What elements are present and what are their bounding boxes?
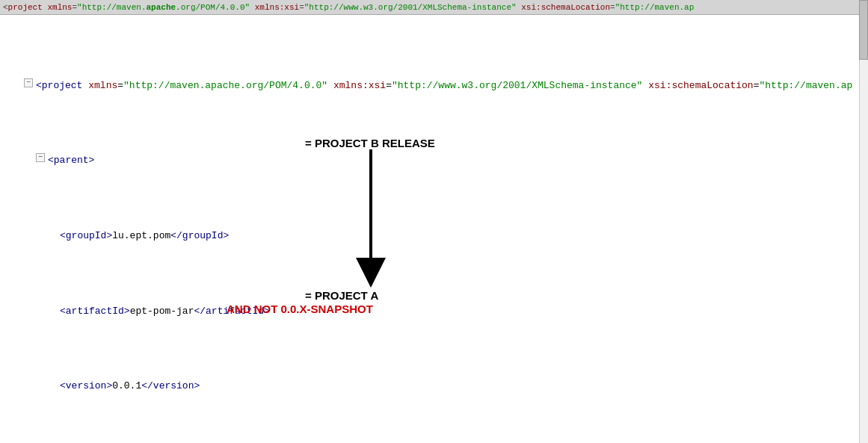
line-parent-open: − <parent> — [24, 153, 868, 168]
code-container: − <project xmlns="http://maven.apache.or… — [0, 15, 868, 443]
scrollbar-thumb[interactable] — [859, 0, 868, 60]
line-groupid-lu-ept-pom: <groupId>lu.ept.pom</groupId> — [24, 229, 868, 244]
editor-area: <project xmlns="http://maven.apache.org/… — [0, 0, 868, 443]
fold-project[interactable]: − — [24, 78, 33, 87]
fold-parent[interactable]: − — [36, 153, 45, 162]
line-artifactid-ept-pom-jar: <artifactId>ept-pom-jar</artifactId> — [24, 304, 868, 319]
annotation-not-snapshot: AND NOT 0.0.X-SNAPSHOT — [227, 303, 373, 315]
top-bar: <project xmlns="http://maven.apache.org/… — [0, 0, 868, 15]
annotation-project-b: = PROJECT B RELEASE — [305, 137, 435, 149]
line-project-open: − <project xmlns="http://maven.apache.or… — [24, 78, 868, 93]
scrollbar-vertical[interactable] — [859, 0, 868, 443]
annotation-project-a: = PROJECT A — [305, 289, 378, 302]
line-version-001: <version>0.0.1</version> — [24, 379, 868, 394]
top-bar-text: <project xmlns="http://maven.apache.org/… — [3, 3, 694, 12]
